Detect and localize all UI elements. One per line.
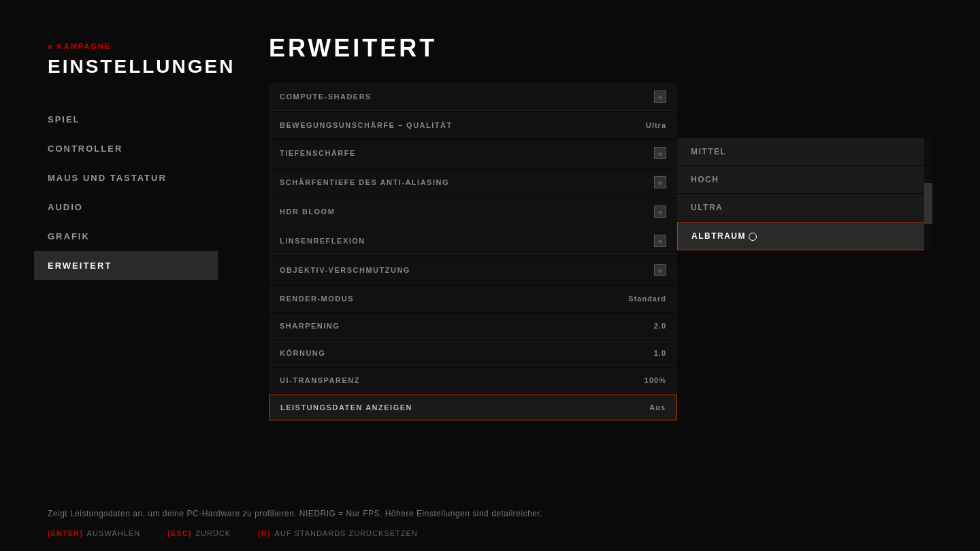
setting-label-linsenreflexion: LINSENREFLEXION: [280, 237, 365, 245]
setting-value-ui-transparenz: 100%: [644, 376, 666, 384]
scrollbar-thumb: [924, 183, 932, 224]
setting-checkbox-hdr-bloom[interactable]: ■: [654, 205, 666, 218]
setting-row-sharpening[interactable]: SHARPENING 2.0: [269, 313, 677, 339]
setting-row-bewegungsunschaerfe[interactable]: BEWEGUNGSUNSCHÄRFE – QUALITÄT Ultra: [269, 112, 677, 138]
setting-row-schaerfen-anti-aliasing[interactable]: SCHÄRFENTIEFE DES ANTI-ALIASING ■: [269, 169, 677, 197]
nav-menu: SPIEL CONTROLLER MAUS UND TASTATUR AUDIO…: [48, 105, 204, 280]
breadcrumb-arrow: «: [48, 41, 53, 52]
setting-checkbox-compute-shaders[interactable]: ■: [654, 90, 666, 103]
sidebar-item-maus-tastatur[interactable]: MAUS UND TASTATUR: [48, 163, 204, 193]
breadcrumb-parent: KAMPAGNE: [57, 42, 111, 50]
setting-checkbox-linsenreflexion[interactable]: ■: [654, 235, 666, 247]
setting-checkbox-tiefenschaerfe[interactable]: ■: [654, 147, 666, 159]
setting-value-render-modus: Standard: [628, 295, 666, 303]
setting-value-bewegungsunschaerfe: Ultra: [646, 121, 666, 129]
setting-label-hdr-bloom: HDR BLOOM: [280, 207, 335, 216]
setting-row-tiefenschaerfe[interactable]: TIEFENSCHÄRFE ■: [269, 139, 677, 167]
setting-row-koernung[interactable]: KÖRNUNG 1.0: [269, 340, 677, 366]
footer-control-enter: [ENTER] AUSWÄHLEN: [48, 529, 140, 537]
setting-checkbox-schaerfen-anti-aliasing[interactable]: ■: [654, 176, 666, 188]
footer-controls: [ENTER] AUSWÄHLEN [ESC] ZURÜCK [r] AUF S…: [48, 529, 932, 537]
key-esc: [ESC]: [167, 529, 191, 537]
breadcrumb: « KAMPAGNE EINSTELLUNGEN: [48, 41, 204, 78]
key-enter-action: AUSWÄHLEN: [87, 529, 141, 537]
sidebar-item-audio[interactable]: AUDIO: [48, 193, 204, 222]
footer-description: Zeigt Leistungsdaten an, um deine PC-Har…: [48, 509, 932, 518]
key-esc-action: ZURÜCK: [195, 529, 231, 537]
footer-control-r: [r] AUF STANDARDS ZURÜCKSETZEN: [258, 529, 418, 537]
sidebar-item-grafik[interactable]: GRAFIK: [48, 222, 204, 251]
setting-row-compute-shaders[interactable]: COMPUTE-SHADERS ■: [269, 83, 677, 111]
cursor-indicator: [749, 233, 757, 241]
setting-label-tiefenschaerfe: TIEFENSCHÄRFE: [280, 149, 356, 157]
setting-row-render-modus[interactable]: RENDER-MODUS Standard: [269, 286, 677, 312]
setting-label-bewegungsunschaerfe: BEWEGUNGSUNSCHÄRFE – QUALITÄT: [280, 121, 453, 129]
key-r-action: AUF STANDARDS ZURÜCKSETZEN: [274, 529, 417, 537]
setting-row-linsenreflexion[interactable]: LINSENREFLEXION ■: [269, 227, 677, 255]
setting-label-objektiv-verschmutzung: OBJEKTIV-VERSCHMUTZUNG: [280, 266, 410, 274]
setting-label-schaerfen-anti-aliasing: SCHÄRFENTIEFE DES ANTI-ALIASING: [280, 178, 449, 186]
setting-label-ui-transparenz: UI-TRANSPARENZ: [280, 376, 360, 384]
sidebar: « KAMPAGNE EINSTELLUNGEN SPIEL CONTROLLE…: [0, 0, 252, 551]
setting-row-leistungsdaten[interactable]: LEISTUNGSDATEN ANZEIGEN Aus: [269, 395, 677, 420]
sidebar-item-controller[interactable]: CONTROLLER: [48, 134, 204, 163]
main-content: ERWEITERT COMPUTE-SHADERS ■ BEWEGUNGSUNS…: [269, 0, 980, 551]
setting-label-leistungsdaten: LEISTUNGSDATEN ANZEIGEN: [280, 403, 412, 412]
dropdown-item-mittel[interactable]: Mittel: [677, 138, 932, 166]
dropdown-item-hoch[interactable]: Hoch: [677, 166, 932, 194]
setting-row-objektiv-verschmutzung[interactable]: OBJEKTIV-VERSCHMUTZUNG ■: [269, 256, 677, 284]
dropdown-item-ultra[interactable]: Ultra: [677, 194, 932, 222]
dropdown-item-albtraum[interactable]: Albtraum: [677, 222, 932, 250]
setting-checkbox-objektiv-verschmutzung[interactable]: ■: [654, 264, 666, 276]
setting-label-render-modus: RENDER-MODUS: [280, 295, 354, 303]
sidebar-item-spiel[interactable]: SPIEL: [48, 105, 204, 134]
setting-label-koernung: KÖRNUNG: [280, 349, 325, 357]
footer: Zeigt Leistungsdaten an, um deine PC-Har…: [0, 495, 980, 551]
dropdown-menu: Mittel Hoch Ultra Albtraum: [677, 138, 932, 250]
setting-row-ui-transparenz[interactable]: UI-TRANSPARENZ 100%: [269, 367, 677, 393]
setting-row-hdr-bloom[interactable]: HDR BLOOM ■: [269, 198, 677, 226]
settings-list: COMPUTE-SHADERS ■ BEWEGUNGSUNSCHÄRFE – Q…: [269, 83, 677, 420]
dropdown-scrollbar[interactable]: [924, 138, 932, 250]
setting-value-sharpening: 2.0: [654, 322, 666, 330]
setting-label-compute-shaders: COMPUTE-SHADERS: [280, 93, 372, 101]
key-enter: [ENTER]: [48, 529, 83, 537]
setting-label-sharpening: SHARPENING: [280, 322, 340, 330]
setting-value-leistungsdaten: Aus: [649, 403, 666, 412]
setting-value-koernung: 1.0: [654, 349, 666, 357]
page-title: EINSTELLUNGEN: [48, 56, 204, 78]
sidebar-item-erweitert[interactable]: ERWEITERT: [34, 251, 218, 280]
key-r: [r]: [258, 529, 270, 537]
section-title: ERWEITERT: [269, 34, 980, 63]
footer-control-esc: [ESC] ZURÜCK: [167, 529, 231, 537]
